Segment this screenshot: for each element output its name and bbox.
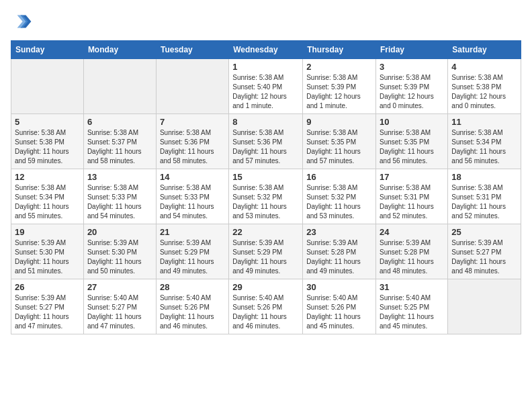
calendar-day-cell: 6Sunrise: 5:38 AMSunset: 5:37 PMDaylight…	[83, 114, 156, 169]
day-info: Sunrise: 5:38 AMSunset: 5:31 PMDaylight:…	[380, 183, 444, 221]
day-number: 17	[380, 172, 444, 182]
weekday-header-cell: Thursday	[303, 41, 376, 59]
calendar-day-cell: 28Sunrise: 5:40 AMSunset: 5:26 PMDayligh…	[156, 279, 228, 334]
calendar-day-cell: 23Sunrise: 5:39 AMSunset: 5:28 PMDayligh…	[303, 224, 376, 279]
day-number: 23	[306, 227, 372, 237]
calendar-day-cell: 4Sunrise: 5:38 AMSunset: 5:38 PMDaylight…	[448, 59, 521, 114]
day-number: 7	[160, 117, 225, 127]
calendar-day-cell: 17Sunrise: 5:38 AMSunset: 5:31 PMDayligh…	[376, 169, 448, 224]
calendar-day-cell: 12Sunrise: 5:38 AMSunset: 5:34 PMDayligh…	[11, 169, 84, 224]
day-info: Sunrise: 5:39 AMSunset: 5:29 PMDaylight:…	[160, 238, 225, 276]
weekday-header-row: SundayMondayTuesdayWednesdayThursdayFrid…	[11, 41, 521, 59]
day-info: Sunrise: 5:39 AMSunset: 5:28 PMDaylight:…	[380, 238, 444, 276]
day-number: 14	[160, 172, 225, 182]
calendar-day-cell: 9Sunrise: 5:38 AMSunset: 5:35 PMDaylight…	[303, 114, 376, 169]
calendar-week-row: 12Sunrise: 5:38 AMSunset: 5:34 PMDayligh…	[11, 169, 521, 224]
calendar-day-cell: 21Sunrise: 5:39 AMSunset: 5:29 PMDayligh…	[156, 224, 228, 279]
weekday-header-cell: Sunday	[11, 41, 84, 59]
day-info: Sunrise: 5:38 AMSunset: 5:35 PMDaylight:…	[306, 128, 372, 166]
day-info: Sunrise: 5:38 AMSunset: 5:39 PMDaylight:…	[306, 73, 372, 111]
day-number: 8	[232, 117, 299, 127]
calendar-day-cell: 1Sunrise: 5:38 AMSunset: 5:40 PMDaylight…	[229, 59, 303, 114]
day-info: Sunrise: 5:38 AMSunset: 5:31 PMDaylight:…	[451, 183, 517, 221]
calendar-day-cell: 16Sunrise: 5:38 AMSunset: 5:32 PMDayligh…	[303, 169, 376, 224]
day-number: 5	[15, 117, 80, 127]
day-number: 26	[15, 282, 80, 292]
day-info: Sunrise: 5:39 AMSunset: 5:27 PMDaylight:…	[15, 293, 80, 331]
calendar-day-cell: 22Sunrise: 5:39 AMSunset: 5:29 PMDayligh…	[229, 224, 303, 279]
day-number: 12	[15, 172, 80, 182]
day-info: Sunrise: 5:40 AMSunset: 5:27 PMDaylight:…	[87, 293, 152, 331]
day-number: 18	[451, 172, 517, 182]
day-info: Sunrise: 5:40 AMSunset: 5:26 PMDaylight:…	[232, 293, 299, 331]
day-info: Sunrise: 5:38 AMSunset: 5:33 PMDaylight:…	[87, 183, 152, 221]
calendar-day-cell: 10Sunrise: 5:38 AMSunset: 5:35 PMDayligh…	[376, 114, 448, 169]
weekday-header-cell: Monday	[83, 41, 156, 59]
weekday-header-cell: Friday	[376, 41, 448, 59]
calendar-day-cell: 3Sunrise: 5:38 AMSunset: 5:39 PMDaylight…	[376, 59, 448, 114]
day-info: Sunrise: 5:40 AMSunset: 5:26 PMDaylight:…	[160, 293, 225, 331]
calendar-day-cell: 19Sunrise: 5:39 AMSunset: 5:30 PMDayligh…	[11, 224, 84, 279]
day-number: 4	[451, 62, 517, 72]
day-number: 21	[160, 227, 225, 237]
calendar-day-cell: 14Sunrise: 5:38 AMSunset: 5:33 PMDayligh…	[156, 169, 228, 224]
day-number: 10	[380, 117, 444, 127]
day-info: Sunrise: 5:38 AMSunset: 5:36 PMDaylight:…	[160, 128, 225, 166]
day-info: Sunrise: 5:38 AMSunset: 5:34 PMDaylight:…	[15, 183, 80, 221]
day-number: 30	[306, 282, 372, 292]
day-info: Sunrise: 5:39 AMSunset: 5:28 PMDaylight:…	[306, 238, 372, 276]
day-number: 24	[380, 227, 444, 237]
calendar-day-cell: 8Sunrise: 5:38 AMSunset: 5:36 PMDaylight…	[229, 114, 303, 169]
calendar-day-cell: 20Sunrise: 5:39 AMSunset: 5:30 PMDayligh…	[83, 224, 156, 279]
calendar-day-cell	[11, 59, 84, 114]
logo-icon	[11, 11, 32, 32]
day-number: 1	[232, 62, 299, 72]
calendar-day-cell: 5Sunrise: 5:38 AMSunset: 5:38 PMDaylight…	[11, 114, 84, 169]
calendar-day-cell: 25Sunrise: 5:39 AMSunset: 5:27 PMDayligh…	[448, 224, 521, 279]
calendar-day-cell	[156, 59, 228, 114]
day-number: 15	[232, 172, 299, 182]
day-info: Sunrise: 5:40 AMSunset: 5:25 PMDaylight:…	[380, 293, 444, 331]
calendar-day-cell	[83, 59, 156, 114]
day-number: 25	[451, 227, 517, 237]
logo	[11, 11, 35, 32]
calendar-week-row: 5Sunrise: 5:38 AMSunset: 5:38 PMDaylight…	[11, 114, 521, 169]
day-info: Sunrise: 5:38 AMSunset: 5:38 PMDaylight:…	[451, 73, 517, 111]
calendar-week-row: 19Sunrise: 5:39 AMSunset: 5:30 PMDayligh…	[11, 224, 521, 279]
day-info: Sunrise: 5:38 AMSunset: 5:36 PMDaylight:…	[232, 128, 299, 166]
day-number: 28	[160, 282, 225, 292]
day-info: Sunrise: 5:38 AMSunset: 5:32 PMDaylight:…	[232, 183, 299, 221]
calendar-day-cell: 31Sunrise: 5:40 AMSunset: 5:25 PMDayligh…	[376, 279, 448, 334]
day-number: 6	[87, 117, 152, 127]
day-number: 16	[306, 172, 372, 182]
calendar-day-cell: 29Sunrise: 5:40 AMSunset: 5:26 PMDayligh…	[229, 279, 303, 334]
day-number: 9	[306, 117, 372, 127]
day-info: Sunrise: 5:39 AMSunset: 5:30 PMDaylight:…	[87, 238, 152, 276]
calendar-day-cell: 11Sunrise: 5:38 AMSunset: 5:34 PMDayligh…	[448, 114, 521, 169]
day-number: 22	[232, 227, 299, 237]
calendar-day-cell: 18Sunrise: 5:38 AMSunset: 5:31 PMDayligh…	[448, 169, 521, 224]
day-info: Sunrise: 5:38 AMSunset: 5:35 PMDaylight:…	[380, 128, 444, 166]
day-number: 13	[87, 172, 152, 182]
calendar-day-cell: 24Sunrise: 5:39 AMSunset: 5:28 PMDayligh…	[376, 224, 448, 279]
day-info: Sunrise: 5:38 AMSunset: 5:38 PMDaylight:…	[15, 128, 80, 166]
day-number: 29	[232, 282, 299, 292]
calendar-week-row: 26Sunrise: 5:39 AMSunset: 5:27 PMDayligh…	[11, 279, 521, 334]
day-info: Sunrise: 5:39 AMSunset: 5:30 PMDaylight:…	[15, 238, 80, 276]
day-info: Sunrise: 5:38 AMSunset: 5:32 PMDaylight:…	[306, 183, 372, 221]
calendar-day-cell: 26Sunrise: 5:39 AMSunset: 5:27 PMDayligh…	[11, 279, 84, 334]
day-number: 27	[87, 282, 152, 292]
calendar-body: 1Sunrise: 5:38 AMSunset: 5:40 PMDaylight…	[11, 59, 521, 334]
calendar-day-cell: 30Sunrise: 5:40 AMSunset: 5:26 PMDayligh…	[303, 279, 376, 334]
page-header	[11, 11, 521, 32]
calendar-day-cell	[448, 279, 521, 334]
day-number: 11	[451, 117, 517, 127]
calendar-day-cell: 15Sunrise: 5:38 AMSunset: 5:32 PMDayligh…	[229, 169, 303, 224]
day-info: Sunrise: 5:39 AMSunset: 5:27 PMDaylight:…	[451, 238, 517, 276]
day-number: 31	[380, 282, 444, 292]
calendar-week-row: 1Sunrise: 5:38 AMSunset: 5:40 PMDaylight…	[11, 59, 521, 114]
day-info: Sunrise: 5:38 AMSunset: 5:37 PMDaylight:…	[87, 128, 152, 166]
day-info: Sunrise: 5:38 AMSunset: 5:33 PMDaylight:…	[160, 183, 225, 221]
day-number: 2	[306, 62, 372, 72]
day-info: Sunrise: 5:39 AMSunset: 5:29 PMDaylight:…	[232, 238, 299, 276]
